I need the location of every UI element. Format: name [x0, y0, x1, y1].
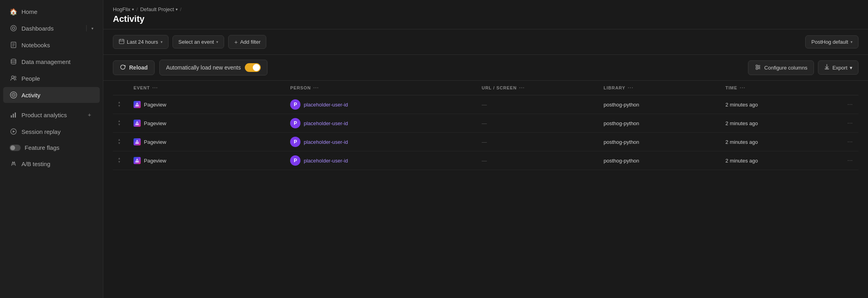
avatar: P: [290, 137, 300, 147]
url-screen-cell: —: [477, 151, 599, 170]
event-cell: Pageview: [129, 133, 285, 151]
person-cell: P placeholder-user-id: [285, 151, 477, 170]
library-cell: posthog-python: [599, 133, 721, 151]
posthog-default-button[interactable]: PostHog default ▾: [805, 35, 858, 48]
time-filter-button[interactable]: Last 24 hours ▾: [113, 35, 169, 49]
row-expand-cell: ▲ ▼: [113, 151, 129, 170]
row-options-button[interactable]: ···: [847, 120, 852, 126]
avatar: P: [290, 118, 300, 128]
row-options-button[interactable]: ···: [847, 101, 852, 108]
time-value: 2 minutes ago: [725, 158, 758, 164]
th-person: PERSON ···: [285, 81, 477, 95]
auto-load-label: Automatically load new events: [166, 64, 241, 71]
breadcrumb-project[interactable]: Default Project ▾: [140, 6, 178, 12]
svg-rect-28: [825, 69, 829, 70]
table-row[interactable]: ▲ ▼ Pageview P pla: [113, 114, 858, 133]
person-id[interactable]: placeholder-user-id: [304, 158, 348, 164]
event-type-icon: [134, 157, 141, 164]
event-name: Pageview: [144, 158, 166, 164]
events-table-container: EVENT ··· PERSON ··· URL / SCREEN: [103, 81, 868, 298]
svg-point-27: [756, 68, 758, 70]
sidebar-item-session-replay[interactable]: Session replay: [3, 124, 100, 139]
event-filter-button[interactable]: Select an event ▾: [172, 35, 225, 48]
svg-point-8: [14, 76, 16, 78]
breadcrumb-hogflix[interactable]: HogFlix ▾: [113, 6, 134, 12]
add-filter-label: Add filter: [240, 39, 260, 45]
row-options-button[interactable]: ···: [847, 138, 852, 145]
auto-load-toggle[interactable]: [245, 63, 261, 72]
url-value: —: [482, 158, 487, 164]
table-row[interactable]: ▲ ▼ Pageview P pla: [113, 151, 858, 170]
notebooks-icon: [10, 41, 17, 49]
person-id[interactable]: placeholder-user-id: [304, 139, 348, 145]
row-expand-buttons[interactable]: ▲ ▼: [118, 120, 124, 127]
configure-columns-button[interactable]: Configure columns: [748, 60, 814, 75]
event-col-menu[interactable]: ···: [152, 85, 158, 91]
add-product-analytics-button[interactable]: +: [85, 111, 93, 119]
chevron-down-icon: ▾: [851, 40, 852, 44]
add-filter-button[interactable]: + Add filter: [228, 35, 266, 49]
product-analytics-icon: [10, 111, 17, 119]
sidebar-item-dashboards[interactable]: Dashboards ▾: [3, 20, 100, 36]
expand-down-icon[interactable]: ▼: [118, 123, 124, 127]
library-value: posthog-python: [604, 158, 639, 164]
event-filter-label: Select an event: [178, 39, 214, 45]
breadcrumb-separator: /: [136, 6, 138, 12]
th-url-screen: URL / SCREEN ···: [477, 81, 599, 95]
library-col-menu[interactable]: ···: [628, 85, 633, 91]
svg-rect-18: [119, 39, 124, 44]
page-title: Activity: [113, 14, 858, 24]
export-button[interactable]: Export ▾: [818, 60, 858, 75]
event-cell: Pageview: [129, 95, 285, 114]
table-row[interactable]: ▲ ▼ Pageview P pla: [113, 133, 858, 151]
row-options-button[interactable]: ···: [847, 157, 852, 164]
event-type-icon: [134, 120, 141, 127]
sidebar-item-notebooks[interactable]: Notebooks: [3, 37, 100, 53]
chevron-down-icon: ▾: [161, 40, 163, 44]
sidebar-item-home[interactable]: 🏠 Home: [3, 4, 100, 19]
url-screen-cell: —: [477, 95, 599, 114]
sidebar-item-activity[interactable]: Activity: [3, 87, 100, 103]
sidebar-item-label: People: [21, 75, 93, 82]
person-id[interactable]: placeholder-user-id: [304, 120, 348, 126]
sidebar-item-feature-flags[interactable]: Feature flags: [3, 140, 100, 155]
row-expand-buttons[interactable]: ▲ ▼: [118, 101, 124, 108]
home-icon: 🏠: [10, 8, 17, 15]
chevron-down-icon: ▾: [216, 40, 218, 44]
sidebar-item-label: Feature flags: [25, 144, 93, 151]
table-row[interactable]: ▲ ▼ Pageview P pla: [113, 95, 858, 114]
sidebar-item-data-management[interactable]: Data management: [3, 54, 100, 70]
svg-rect-14: [15, 112, 16, 118]
sidebar-item-ab-testing[interactable]: A/B testing: [3, 156, 100, 172]
row-menu-cell: ···: [843, 151, 858, 170]
avatar: P: [290, 99, 300, 110]
person-cell: P placeholder-user-id: [285, 114, 477, 133]
chevron-down-icon[interactable]: ▾: [91, 26, 93, 31]
expand-down-icon[interactable]: ▼: [118, 161, 124, 164]
svg-marker-36: [136, 161, 138, 162]
page-header: HogFlix ▾ / Default Project ▾ / Activity: [103, 0, 868, 29]
row-expand-buttons[interactable]: ▲ ▼: [118, 157, 124, 164]
library-value: posthog-python: [604, 102, 639, 108]
url-value: —: [482, 139, 487, 145]
toggle-knob: [253, 64, 260, 71]
sidebar-item-label: Notebooks: [21, 42, 93, 48]
th-library: LIBRARY ···: [599, 81, 721, 95]
row-menu-cell: ···: [843, 95, 858, 114]
time-col-menu[interactable]: ···: [740, 85, 745, 91]
svg-marker-30: [136, 104, 138, 106]
person-col-menu[interactable]: ···: [313, 85, 319, 91]
events-table: EVENT ··· PERSON ··· URL / SCREEN: [113, 81, 858, 170]
url-col-menu[interactable]: ···: [519, 85, 525, 91]
svg-marker-16: [13, 130, 15, 133]
person-id[interactable]: placeholder-user-id: [304, 102, 348, 108]
event-cell: Pageview: [129, 151, 285, 170]
expand-down-icon[interactable]: ▼: [118, 142, 124, 145]
reload-button[interactable]: Reload: [113, 60, 155, 75]
sidebar-item-people[interactable]: People: [3, 70, 100, 86]
sidebar-item-product-analytics[interactable]: Product analytics +: [3, 107, 100, 123]
expand-down-icon[interactable]: ▼: [118, 104, 124, 108]
breadcrumb-project-label: Default Project: [140, 6, 174, 12]
row-expand-buttons[interactable]: ▲ ▼: [118, 138, 124, 145]
event-type-icon: [134, 138, 141, 145]
